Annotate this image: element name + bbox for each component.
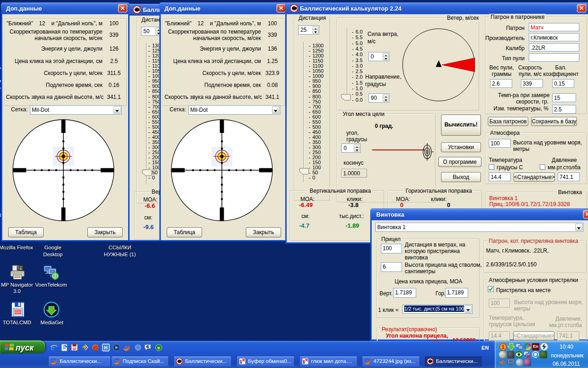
svg-text:H: H (104, 345, 107, 351)
svg-text:@: @ (93, 345, 98, 351)
svg-text:e: e (51, 344, 54, 351)
svg-text:1: 1 (502, 345, 504, 350)
